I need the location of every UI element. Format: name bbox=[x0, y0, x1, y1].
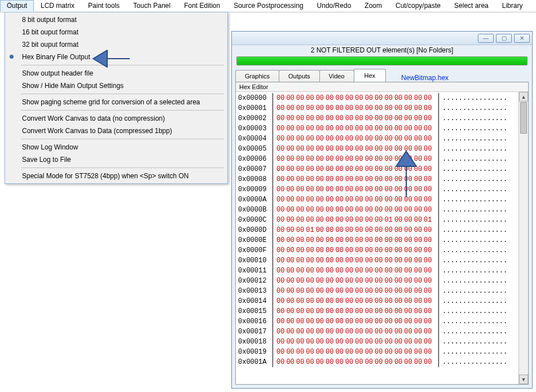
tab-video[interactable]: Video bbox=[319, 70, 354, 82]
hex-bytes: 00000001000000000000000000000000 bbox=[276, 225, 439, 235]
hex-ascii: ................ bbox=[442, 348, 507, 356]
hex-address: 0x00002 bbox=[238, 113, 273, 124]
tab-outputs[interactable]: Outputs bbox=[279, 70, 320, 82]
hex-bytes: 00000000000000000000000000000000 bbox=[276, 93, 439, 103]
menuitem-convert-work-canvas-to-data-compressed-1bpp[interactable]: Convert Work Canvas to Data (compressed … bbox=[5, 125, 227, 137]
menuitem-label: Show paging scheme grid for conversion o… bbox=[22, 98, 200, 106]
hex-bytes: 00000000000000000000000000000000 bbox=[276, 124, 439, 134]
tab-graphics[interactable]: Graphics bbox=[235, 70, 279, 82]
separator bbox=[21, 65, 224, 65]
menu-animation[interactable]: Animation bbox=[529, 0, 536, 12]
hex-row[interactable]: 0x0000700000000000000000000000000000000.… bbox=[238, 164, 526, 174]
hex-row[interactable]: 0x0001300000000000000000000000000000000.… bbox=[238, 286, 526, 296]
hex-row[interactable]: 0x0001500000000000000000000000000000000.… bbox=[238, 306, 526, 316]
hex-address: 0x00010 bbox=[238, 256, 273, 266]
menuitem-special-mode-for-st7528-4bpp-when-sp-switch-on[interactable]: Special Mode for ST7528 (4bpp) when <Sp>… bbox=[5, 170, 227, 182]
hex-row[interactable]: 0x0001200000000000000000000000000000000.… bbox=[238, 276, 526, 286]
hex-address: 0x0000B bbox=[238, 205, 273, 215]
hex-row[interactable]: 0x0001900000000000000000000000000000000.… bbox=[238, 347, 526, 357]
menuitem-save-log-to-file[interactable]: Save Log to File bbox=[5, 153, 227, 166]
menuitem-convert-work-canvas-to-data-no-compression[interactable]: Convert Work Canvas to data (no compress… bbox=[5, 112, 227, 125]
menuitem-hex-binary-file-output[interactable]: Hex Binary File Output bbox=[5, 51, 227, 63]
hex-address: 0x00006 bbox=[238, 154, 273, 164]
menuitem-8-bit-output-format[interactable]: 8 bit output format bbox=[5, 14, 227, 26]
hex-row[interactable]: 0x0000A00000000000000000000000000000000.… bbox=[238, 195, 526, 205]
hex-ascii: ................ bbox=[442, 358, 507, 366]
hex-ascii: ................ bbox=[442, 104, 507, 112]
tab-hex[interactable]: Hex bbox=[354, 69, 386, 82]
hex-row[interactable]: 0x0000800000000000000000000000000000000.… bbox=[238, 174, 526, 184]
hex-address: 0x00017 bbox=[238, 327, 273, 337]
menu-undo-redo[interactable]: Undo/Redo bbox=[310, 0, 358, 12]
menuitem-16-bit-ouput-format[interactable]: 16 bit ouput format bbox=[5, 26, 227, 38]
scroll-down-icon[interactable]: ▼ bbox=[519, 375, 528, 384]
hex-row[interactable]: 0x0000E00000000000000000000000000000000.… bbox=[238, 235, 526, 245]
menuitem-show-output-header-file[interactable]: Show output header file bbox=[5, 67, 227, 80]
hex-ascii: ................ bbox=[442, 307, 507, 315]
hex-row[interactable]: 0x0000600000000000000000000000000000000.… bbox=[238, 154, 526, 164]
hex-ascii: ................ bbox=[442, 257, 507, 265]
hex-row[interactable]: 0x0000900000000000000000000000000000000.… bbox=[238, 184, 526, 195]
scroll-up-icon[interactable]: ▲ bbox=[519, 92, 528, 102]
hex-row[interactable]: 0x0000D00000001000000000000000000000000.… bbox=[238, 225, 526, 235]
hex-row[interactable]: 0x0001100000000000000000000000000000000.… bbox=[238, 266, 526, 276]
hex-row[interactable]: 0x0000500000000000000000000000000000000.… bbox=[238, 144, 526, 154]
hex-row[interactable]: 0x0001700000000000000000000000000000000.… bbox=[238, 327, 526, 337]
separator bbox=[21, 94, 224, 94]
menu-library[interactable]: Library bbox=[495, 0, 530, 12]
menuitem-show-paging-scheme-grid-for-conversion-of-a-selected-area[interactable]: Show paging scheme grid for conversion o… bbox=[5, 96, 227, 108]
hex-ascii: ................ bbox=[442, 125, 507, 133]
menuitem-show-log-window[interactable]: Show Log Window bbox=[5, 141, 227, 153]
menu-font-edition[interactable]: Font Edition bbox=[177, 0, 227, 12]
menu-zoom[interactable]: Zoom bbox=[358, 0, 389, 12]
hex-row[interactable]: 0x0000200000000000000000000000000000000.… bbox=[238, 113, 526, 124]
menuitem-32-bit-ouput-format[interactable]: 32 bit ouput format bbox=[5, 38, 227, 51]
hex-row[interactable]: 0x0001400000000000000000000000000000000.… bbox=[238, 296, 526, 306]
hex-bytes: 00000000000000000000000000000000 bbox=[276, 266, 439, 276]
menu-cut-copy-paste[interactable]: Cut/copy/paste bbox=[389, 0, 447, 12]
titlebar: — ▢ ✕ bbox=[232, 32, 532, 45]
menu-output[interactable]: Output bbox=[0, 0, 34, 12]
close-button[interactable]: ✕ bbox=[514, 34, 530, 43]
separator bbox=[21, 139, 224, 139]
hex-ascii: ................ bbox=[442, 165, 507, 173]
hex-ascii: ................ bbox=[442, 277, 507, 285]
hex-row[interactable]: 0x0001000000000000000000000000000000000.… bbox=[238, 256, 526, 266]
menu-paint-tools[interactable]: Paint tools bbox=[81, 0, 126, 12]
vertical-scrollbar[interactable]: ▲ ▼ bbox=[519, 92, 528, 384]
scroll-thumb[interactable] bbox=[520, 102, 527, 134]
hex-address: 0x0000D bbox=[238, 225, 273, 235]
hex-ascii: ................ bbox=[442, 135, 507, 143]
hex-row[interactable]: 0x0001800000000000000000000000000000000.… bbox=[238, 337, 526, 347]
hex-row[interactable]: 0x0000B00000000000000000000000000000000.… bbox=[238, 205, 526, 215]
hex-rows[interactable]: 0x0000000000000000000000000000000000000.… bbox=[236, 92, 528, 368]
menu-lcd-matrix[interactable]: LCD matrix bbox=[34, 0, 81, 12]
tab-strip: GraphicsOutputsVideoHexNewBitmap.hex bbox=[232, 69, 532, 82]
menuitem-label: Show output header file bbox=[22, 69, 93, 77]
hex-row[interactable]: 0x0000C00000000000000000000000100000001.… bbox=[238, 215, 526, 225]
hex-row[interactable]: 0x0000100000000000000000000000000000000.… bbox=[238, 103, 526, 113]
hex-row[interactable]: 0x0000F00000000000000000000000000000000.… bbox=[238, 245, 526, 256]
menubar: OutputLCD matrixPaint toolsTouch PanelFo… bbox=[0, 0, 536, 12]
menuitem-show-hide-main-output-settings[interactable]: Show / Hide Main Output Settings bbox=[5, 80, 227, 92]
menu-select-area[interactable]: Select area bbox=[447, 0, 495, 12]
hex-address: 0x00000 bbox=[238, 93, 273, 103]
status-text: 2 NOT FILTERED OUT element(s) [No Folder… bbox=[232, 45, 532, 55]
hex-ascii: ................ bbox=[442, 338, 507, 346]
hex-row[interactable]: 0x0001600000000000000000000000000000000.… bbox=[238, 316, 526, 327]
menuitem-label: Save Log to File bbox=[22, 156, 71, 164]
hex-row[interactable]: 0x0001A00000000000000000000000000000000.… bbox=[238, 357, 526, 367]
hex-ascii: ................ bbox=[442, 318, 507, 325]
hex-row[interactable]: 0x0000400000000000000000000000000000000.… bbox=[238, 134, 526, 144]
hex-row[interactable]: 0x0000000000000000000000000000000000000.… bbox=[238, 93, 526, 103]
hex-row[interactable]: 0x0000300000000000000000000000000000000.… bbox=[238, 124, 526, 134]
radio-checked-icon bbox=[10, 55, 14, 59]
menu-source-postprocessing[interactable]: Source Postprocessing bbox=[227, 0, 310, 12]
menu-touch-panel[interactable]: Touch Panel bbox=[126, 0, 177, 12]
hex-bytes: 00000000000000000000000000000000 bbox=[276, 347, 439, 357]
maximize-button[interactable]: ▢ bbox=[496, 34, 512, 43]
hex-ascii: ................ bbox=[442, 94, 507, 102]
hex-address: 0x0000A bbox=[238, 195, 273, 205]
minimize-button[interactable]: — bbox=[478, 34, 494, 43]
progress-bar bbox=[236, 56, 528, 65]
